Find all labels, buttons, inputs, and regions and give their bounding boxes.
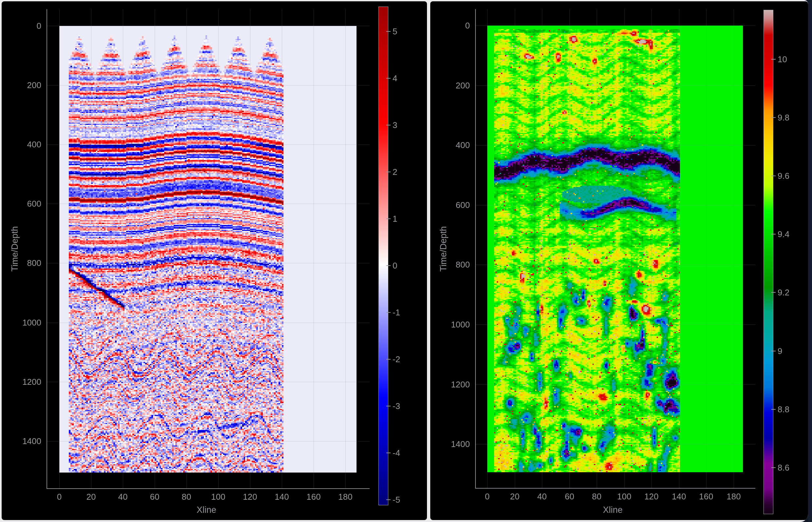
x-tick-label: 60: [555, 491, 584, 501]
y-tick-label: 400: [437, 140, 470, 150]
colorbar-tick-mark: [386, 31, 391, 32]
y-axis-label: Time/Depth: [10, 209, 21, 288]
colorbar-tick-mark: [771, 409, 776, 410]
x-tick-label: 80: [172, 492, 201, 502]
colorbar-tick-mark: [386, 406, 391, 406]
colorbar-tick-label: 9.8: [778, 113, 789, 122]
y-tick-label: 200: [8, 80, 41, 90]
y-tick-label: 1200: [8, 377, 41, 387]
colorbar-tick-mark: [771, 234, 776, 235]
y-tick-label: 1000: [437, 320, 470, 329]
x-axis-label: Xline: [580, 505, 645, 515]
x-tick-label: 180: [719, 491, 749, 501]
x-tick-label: 0: [44, 492, 74, 502]
colorbar-tick-mark: [386, 172, 391, 172]
x-tick-label: 140: [664, 491, 694, 501]
colorbar-tick-label: 9.4: [778, 229, 789, 239]
colorbar-tick-label: 10: [778, 54, 787, 64]
seismic-heatmap-image: [59, 26, 356, 473]
y-tick-label: 400: [8, 140, 41, 149]
y-axis-label: Time/Depth: [439, 209, 449, 288]
seismic-colorbar: 543210-1-2-3-4-5: [379, 6, 388, 505]
colorbar-tick-mark: [771, 467, 776, 468]
x-tick-label: 160: [691, 491, 721, 501]
y-tick-label: 0: [8, 21, 41, 31]
x-tick-label: 20: [76, 492, 106, 502]
page-scrollbar[interactable]: [808, 0, 812, 522]
y-tick-label: 0: [437, 21, 470, 31]
figures-card: Time/Depth 02004006008001000120014000204…: [0, 0, 808, 522]
colorbar-gradient: [763, 10, 773, 514]
colorbar-tick-label: 0: [392, 261, 397, 270]
x-tick-label: 100: [610, 491, 639, 501]
colorbar-tick-mark: [771, 117, 776, 118]
colorbar-tick-label: 8.6: [778, 463, 789, 473]
colorbar-gradient: [379, 6, 388, 505]
y-tick-label: 600: [8, 199, 41, 208]
y-tick-label: 800: [437, 260, 470, 269]
x-axis-spine: [46, 488, 370, 489]
colorbar-tick-mark: [771, 176, 776, 176]
colorbar-tick-label: 9.2: [778, 287, 789, 297]
colorbar-tick-mark: [386, 312, 391, 313]
colorbar-tick-mark: [771, 292, 776, 293]
colorbar-tick-mark: [386, 359, 391, 360]
x-tick-label: 140: [267, 492, 296, 502]
y-tick-label: 600: [437, 200, 470, 210]
x-tick-label: 180: [331, 492, 360, 502]
colorbar-tick-label: 9: [778, 346, 782, 356]
impedance-panel: Time/Depth 02004006008001000120014000204…: [430, 1, 808, 520]
colorbar-tick-mark: [386, 499, 391, 500]
x-tick-label: 40: [108, 492, 138, 502]
colorbar-tick-label: 1: [392, 214, 397, 224]
colorbar-tick-mark: [771, 59, 776, 60]
colorbar-tick-label: 5: [392, 26, 397, 36]
colorbar-tick-label: 9.6: [778, 171, 789, 181]
x-tick-label: 120: [235, 492, 265, 502]
x-tick-label: 0: [472, 491, 502, 501]
x-axis-label: Xline: [174, 505, 239, 515]
colorbar-tick-label: 3: [392, 120, 397, 130]
colorbar-tick-mark: [386, 218, 391, 219]
x-tick-label: 40: [527, 491, 557, 501]
colorbar-tick-label: -3: [392, 401, 400, 411]
y-tick-label: 1400: [437, 439, 470, 449]
y-axis-spine: [475, 9, 476, 488]
x-axis-spine: [475, 488, 755, 488]
y-tick-label: 1400: [8, 436, 41, 446]
x-tick-label: 60: [140, 492, 169, 502]
colorbar-tick-label: 4: [392, 73, 397, 83]
x-tick-label: 120: [637, 491, 666, 501]
colorbar-tick-mark: [386, 265, 391, 266]
colorbar-tick-label: -4: [392, 448, 400, 458]
colorbar-tick-mark: [386, 78, 391, 79]
colorbar-tick-mark: [386, 453, 391, 453]
impedance-colorbar: 109.89.69.49.298.88.6: [763, 10, 773, 514]
x-tick-label: 20: [500, 491, 529, 501]
impedance-heatmap-image: [487, 25, 743, 472]
y-axis-spine: [46, 9, 47, 489]
colorbar-tick-mark: [771, 351, 776, 352]
y-tick-label: 200: [437, 81, 470, 91]
dual-seismic-figure: Time/Depth 02004006008001000120014000204…: [0, 0, 812, 522]
y-tick-label: 800: [8, 258, 41, 268]
colorbar-tick-label: 2: [392, 167, 397, 177]
y-tick-label: 1000: [8, 318, 41, 327]
colorbar-tick-label: -5: [392, 495, 400, 505]
colorbar-tick-mark: [386, 125, 391, 125]
colorbar-tick-label: -1: [392, 307, 400, 317]
seismic-panel: Time/Depth 02004006008001000120014000204…: [2, 1, 427, 520]
y-tick-label: 1200: [437, 380, 470, 389]
x-tick-label: 100: [204, 492, 233, 502]
colorbar-tick-label: -2: [392, 354, 400, 364]
x-tick-label: 80: [582, 491, 612, 501]
colorbar-tick-label: 8.8: [778, 404, 789, 414]
x-tick-label: 160: [299, 492, 328, 502]
